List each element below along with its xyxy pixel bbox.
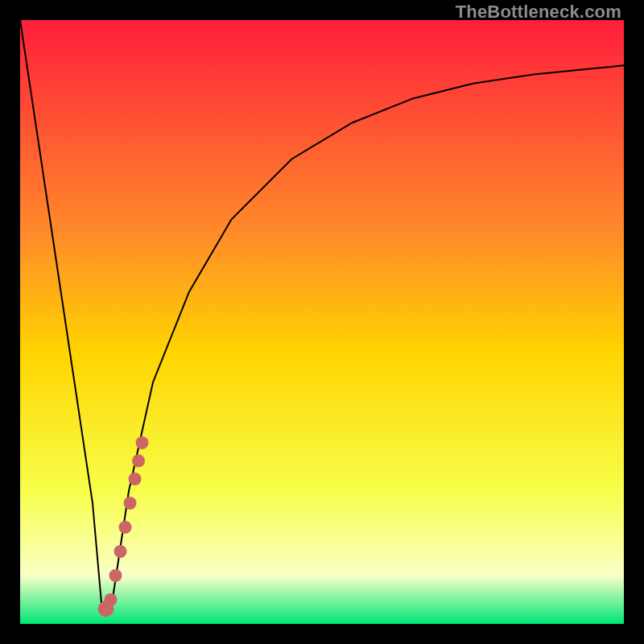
plot-area xyxy=(20,20,624,624)
marker-dot xyxy=(119,521,132,534)
marker-dot xyxy=(105,593,118,606)
marker-dot xyxy=(114,545,127,558)
marker-dot xyxy=(136,436,149,449)
marker-dot xyxy=(132,455,145,468)
marker-dot xyxy=(129,473,142,485)
marker-dot xyxy=(109,569,122,582)
marker-dot xyxy=(124,497,137,510)
gradient-background xyxy=(20,20,624,624)
outer-frame: TheBottleneck.com xyxy=(0,0,644,644)
chart-canvas xyxy=(20,20,624,624)
